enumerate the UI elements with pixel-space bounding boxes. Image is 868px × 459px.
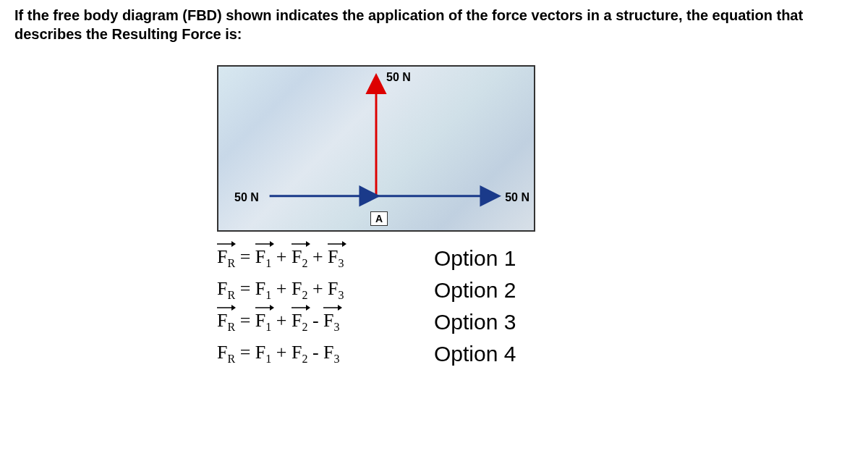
option-1-label: Option 1 xyxy=(434,246,516,271)
point-label: A xyxy=(370,211,388,226)
option-2-label: Option 2 xyxy=(434,278,516,303)
force-label-top: 50 N xyxy=(386,71,411,84)
force-label-left: 50 N xyxy=(234,191,259,204)
option-1[interactable]: FR = F1 + F2 + F3 Option 1 xyxy=(217,246,854,271)
option-2[interactable]: FR = F1 + F2 + F3 Option 2 xyxy=(217,278,854,303)
question-text: If the free body diagram (FBD) shown ind… xyxy=(14,6,854,43)
options-container: FR = F1 + F2 + F3 Option 1 FR = F1 + F2 … xyxy=(217,246,854,366)
free-body-diagram: 50 N 50 N 50 N A xyxy=(217,65,535,232)
equation-3: FR = F1 + F2 - F3 xyxy=(217,310,420,334)
equation-4: FR = F1 + F2 - F3 xyxy=(217,342,420,366)
equation-2: FR = F1 + F2 + F3 xyxy=(217,278,420,302)
option-4[interactable]: FR = F1 + F2 - F3 Option 4 xyxy=(217,342,854,366)
diagram-svg xyxy=(218,67,534,230)
option-3-label: Option 3 xyxy=(434,310,516,334)
equation-1: FR = F1 + F2 + F3 xyxy=(217,246,420,270)
diagram-container: 50 N 50 N 50 N A xyxy=(217,65,854,232)
option-4-label: Option 4 xyxy=(434,342,516,366)
option-3[interactable]: FR = F1 + F2 - F3 Option 3 xyxy=(217,310,854,334)
force-label-right: 50 N xyxy=(505,191,529,204)
